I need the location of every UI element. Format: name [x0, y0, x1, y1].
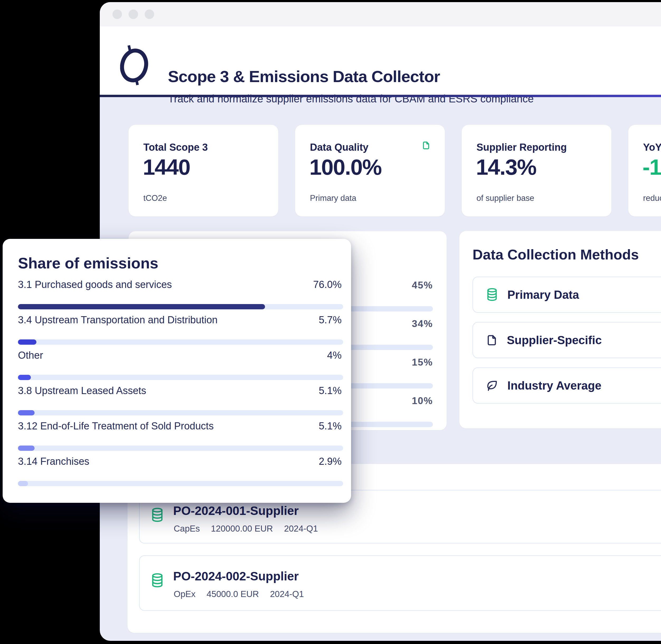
method-label: Primary Data [507, 288, 579, 301]
kpi-card-yoy: YoY C -1 reduct [628, 125, 661, 216]
window-control-icon[interactable] [129, 9, 138, 19]
kpi-title: Total Scope 3 [143, 142, 208, 153]
emission-row-label: 3.12 End-of-Life Treatment of Sold Produ… [18, 420, 213, 433]
window-control-icon[interactable] [145, 9, 154, 19]
database-icon [151, 507, 163, 524]
kpi-unit: of supplier base [477, 193, 534, 203]
chart-percent-label: 34% [412, 318, 433, 330]
kpi-card-data-quality: Data Quality 100.0% Primary data [295, 125, 445, 216]
data-collection-methods-panel: Data Collection Methods Primary Data Sup… [459, 231, 661, 428]
emission-bar [18, 340, 343, 345]
emission-row-value: 76.0% [313, 279, 342, 292]
upload-name: PO-2024-001-Supplier [173, 504, 299, 518]
share-of-emissions-popover: Share of emissions 3.1 Purchased goods a… [3, 239, 351, 503]
method-label: Industry Average [507, 379, 601, 392]
emission-bar [18, 304, 343, 309]
emission-row-value: 4% [327, 350, 342, 362]
kpi-value: 14.3% [476, 154, 536, 180]
popover-title: Share of emissions [18, 254, 158, 272]
window-control-icon[interactable] [112, 9, 122, 19]
emission-row-value: 2.9% [319, 456, 342, 468]
method-label: Supplier-Specific [507, 334, 601, 347]
upload-type: CapEs [174, 524, 200, 534]
file-icon [421, 140, 431, 151]
emission-row-value: 5.1% [319, 385, 342, 398]
database-icon [151, 572, 163, 589]
upload-type: OpEx [174, 589, 196, 599]
emission-row-label: Other [18, 350, 43, 362]
method-item-industry-average[interactable]: Industry Average [473, 367, 661, 404]
list-item-upload[interactable]: PO-2024-002-Supplier OpEx 45000.0 EUR 20… [139, 555, 661, 611]
leaf-icon [486, 379, 498, 392]
emission-bar [18, 410, 343, 415]
screenshot-stage: Scope 3 & Emissions Data Collector Track… [0, 0, 661, 644]
emission-bar [18, 445, 343, 451]
page-title: Scope 3 & Emissions Data Collector [168, 68, 440, 86]
kpi-title: Supplier Reporting [477, 142, 567, 153]
header-accent-divider [100, 95, 661, 97]
method-item-primary-data[interactable]: Primary Data [473, 277, 661, 313]
emission-bar [18, 375, 343, 380]
chart-percent-label: 15% [412, 357, 433, 368]
file-icon [486, 334, 498, 347]
upload-amount: 120000.00 EUR [211, 524, 273, 534]
chart-percent-label: 10% [412, 395, 433, 407]
kpi-title: YoY C [643, 142, 661, 153]
emission-row-label: 3.8 Upstream Leased Assets [18, 385, 146, 398]
emission-row-value: 5.7% [319, 314, 342, 327]
kpi-title: Data Quality [310, 142, 368, 153]
app-logo-icon [120, 43, 151, 88]
kpi-value: -1 [642, 154, 661, 180]
emission-bar [18, 481, 343, 486]
emission-row-label: 3.1 Purchased goods and services [18, 279, 172, 292]
kpi-unit: tCO2e [143, 193, 167, 203]
kpi-unit: reduct [643, 193, 661, 203]
upload-amount: 45000.0 EUR [207, 589, 259, 599]
kpi-value: 1440 [143, 154, 190, 180]
upload-period: 2024-Q1 [270, 589, 304, 599]
upload-period: 2024-Q1 [284, 524, 318, 534]
kpi-card-supplier-reporting: Supplier Reporting 14.3% of supplier bas… [462, 125, 611, 216]
emission-row-label: 3.14 Franchises [18, 456, 89, 468]
panel-title: Data Collection Methods [473, 246, 639, 262]
emission-row-value: 5.1% [319, 420, 342, 433]
method-item-supplier-specific[interactable]: Supplier-Specific [473, 322, 661, 358]
upload-name: PO-2024-002-Supplier [173, 569, 299, 583]
kpi-value: 100.0% [310, 154, 382, 180]
kpi-unit: Primary data [310, 193, 356, 203]
app-header: Scope 3 & Emissions Data Collector Track… [100, 26, 661, 95]
window-titlebar [100, 2, 661, 26]
emission-row-label: 3.4 Upstream Transportation and Distribu… [18, 314, 218, 327]
chart-percent-label: 45% [412, 280, 433, 291]
kpi-card-total-scope3: Total Scope 3 1440 tCO2e [129, 125, 278, 216]
database-icon [486, 288, 498, 302]
